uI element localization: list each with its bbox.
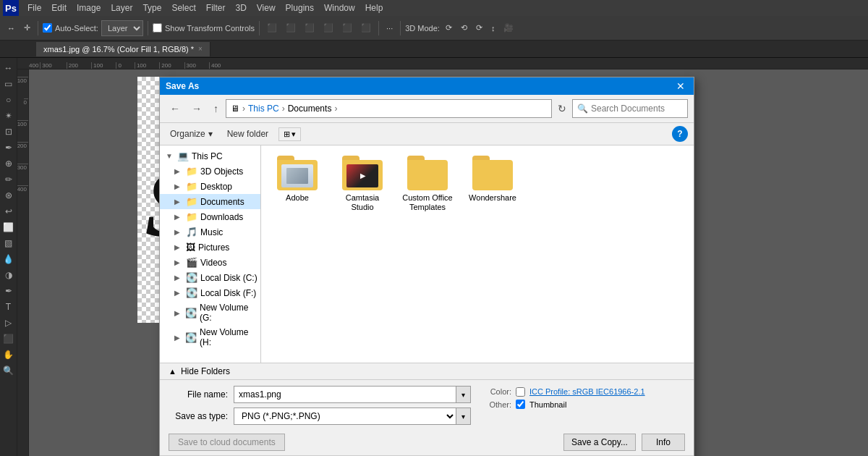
folder-custom-office[interactable]: Custom Office Templates xyxy=(399,153,456,215)
toolbar-sep-1 xyxy=(38,21,38,35)
menu-select[interactable]: Select xyxy=(167,1,200,14)
select-tool[interactable]: ▭ xyxy=(1,77,16,91)
folder-adobe[interactable]: Adobe xyxy=(268,153,326,215)
menu-plugins[interactable]: Plugins xyxy=(281,1,318,14)
3d-btn-1[interactable]: ⟳ xyxy=(443,22,455,34)
tree-item-music[interactable]: ▶ 🎵 Music xyxy=(160,224,260,240)
blur-tool[interactable]: 💧 xyxy=(1,252,16,266)
transform-btn[interactable]: ✛ xyxy=(21,22,33,34)
dodge-tool[interactable]: ◑ xyxy=(1,268,16,282)
text-tool[interactable]: T xyxy=(1,300,16,314)
more-btn[interactable]: ··· xyxy=(383,22,396,34)
breadcrumb-this-pc[interactable]: This PC xyxy=(248,104,279,114)
menu-image[interactable]: Image xyxy=(72,1,105,14)
align-mid-btn[interactable]: ⬛ xyxy=(339,22,355,34)
refresh-btn[interactable]: ↻ xyxy=(555,101,569,116)
move-tool[interactable]: ↔ xyxy=(1,61,16,75)
canvas-tab[interactable]: xmas1.jpg @ 16.7% (Color Fill 1, RGB/8) … xyxy=(36,42,210,56)
folder-wondershare[interactable]: Wondershare xyxy=(464,153,522,215)
tree-item-this-pc[interactable]: ▼ 💻 This PC xyxy=(160,148,260,164)
pen-tool[interactable]: ✒ xyxy=(1,284,16,298)
menu-edit[interactable]: Edit xyxy=(47,1,71,14)
organize-btn[interactable]: Organize ▾ xyxy=(166,127,217,140)
lasso-tool[interactable]: ○ xyxy=(1,93,16,107)
tree-item-videos[interactable]: ▶ 🎬 Videos xyxy=(160,255,260,270)
search-input[interactable] xyxy=(591,104,683,114)
align-right-btn[interactable]: ⬛ xyxy=(302,22,318,34)
tree-item-pictures[interactable]: ▶ 🖼 Pictures xyxy=(160,240,260,255)
3d-btn-5[interactable]: 🎥 xyxy=(501,22,516,34)
adobe-folder-thumb xyxy=(277,156,318,190)
pictures-icon: 🖼 xyxy=(186,242,195,253)
history-tool[interactable]: ↩ xyxy=(1,204,16,219)
auto-select-checkbox[interactable] xyxy=(43,23,52,33)
3d-btn-3[interactable]: ⟳ xyxy=(473,22,485,34)
move-tool-btn[interactable]: ↔ xyxy=(4,22,18,34)
menu-type[interactable]: Type xyxy=(138,1,166,14)
tree-item-local-f[interactable]: ▶ 💽 Local Disk (F:) xyxy=(160,285,260,300)
hide-folders-row[interactable]: ▲ Hide Folders xyxy=(160,363,694,379)
heal-tool[interactable]: ⊕ xyxy=(1,156,16,171)
icc-profile-link[interactable]: ICC Profile: sRGB IEC61966-2.1 xyxy=(529,387,645,396)
magic-tool[interactable]: ✴ xyxy=(1,109,16,123)
dialog-fields-area: File name: ▾ Save as type: PNG (*.PNG;*.… xyxy=(160,379,694,429)
new-folder-btn[interactable]: New folder xyxy=(223,127,273,140)
tree-item-documents[interactable]: ▶ 📁 Documents xyxy=(160,194,260,209)
breadcrumb-documents[interactable]: Documents xyxy=(288,104,332,114)
path-tool[interactable]: ▷ xyxy=(1,316,16,330)
menu-layer[interactable]: Layer xyxy=(106,1,137,14)
3d-btn-2[interactable]: ⟲ xyxy=(458,22,470,34)
align-bottom-btn[interactable]: ⬛ xyxy=(358,22,374,34)
savetype-select[interactable]: PNG (*.PNG;*.PNG) xyxy=(234,408,456,425)
thumbnail-checkbox[interactable] xyxy=(516,400,525,409)
filename-input[interactable] xyxy=(234,386,456,403)
savetype-arrow[interactable]: ▾ xyxy=(456,408,471,425)
nav-up-btn[interactable]: ↑ xyxy=(209,101,223,116)
toolbar: ↔ ✛ Auto-Select: Layer Show Transform Co… xyxy=(0,16,868,41)
nav-back-btn[interactable]: ← xyxy=(166,101,184,116)
zoom-tool[interactable]: 🔍 xyxy=(1,363,16,378)
menu-file[interactable]: File xyxy=(23,1,46,14)
eyedropper-tool[interactable]: ✒ xyxy=(1,140,16,155)
tree-item-local-c[interactable]: ▶ 💽 Local Disk (C:) xyxy=(160,270,260,285)
menu-view[interactable]: View xyxy=(252,1,280,14)
gradient-tool[interactable]: ▧ xyxy=(1,236,16,250)
layer-select[interactable]: Layer xyxy=(101,20,143,36)
menu-3d[interactable]: 3D xyxy=(231,1,250,14)
show-transform-checkbox[interactable] xyxy=(153,23,162,33)
hand-tool[interactable]: ✋ xyxy=(1,347,16,362)
show-transform-label: Show Transform Controls xyxy=(153,23,255,33)
help-btn[interactable]: ? xyxy=(672,126,688,142)
shape-tool[interactable]: ⬛ xyxy=(1,332,16,346)
nav-forward-btn[interactable]: → xyxy=(187,101,206,116)
organize-chevron: ▾ xyxy=(208,129,213,139)
align-top-btn[interactable]: ⬛ xyxy=(320,22,336,34)
eraser-tool[interactable]: ⬜ xyxy=(1,220,16,235)
info-btn[interactable]: Info xyxy=(642,434,685,451)
align-center-btn[interactable]: ⬛ xyxy=(283,22,299,34)
menu-window[interactable]: Window xyxy=(320,1,359,14)
icc-checkbox[interactable] xyxy=(516,387,525,397)
tree-item-downloads[interactable]: ▶ 📁 Downloads xyxy=(160,209,260,224)
folder-camtasia[interactable]: ▶ Camtasia Studio xyxy=(333,153,391,215)
dialog-navbar: ← → ↑ 🖥 › This PC › Documents › xyxy=(160,95,694,123)
crop-tool[interactable]: ⊡ xyxy=(1,124,16,139)
tree-item-vol-h[interactable]: ▶ 💽 New Volume (H: xyxy=(160,325,260,350)
cloud-save-btn[interactable]: Save to cloud documents xyxy=(169,434,285,451)
tab-close-btn[interactable]: × xyxy=(198,45,203,53)
dialog-close-btn[interactable]: ✕ xyxy=(673,80,688,92)
tree-item-3d[interactable]: ▶ 📁 3D Objects xyxy=(160,164,260,179)
tree-item-desktop[interactable]: ▶ 📁 Desktop xyxy=(160,179,260,194)
desktop-folder-icon: 📁 xyxy=(186,181,197,192)
save-copy-btn[interactable]: Save a Copy... xyxy=(563,434,636,451)
search-bar[interactable]: 🔍 xyxy=(572,99,688,118)
tree-item-vol-g[interactable]: ▶ 💽 New Volume (G: xyxy=(160,300,260,325)
menu-filter[interactable]: Filter xyxy=(202,1,230,14)
filename-arrow[interactable]: ▾ xyxy=(456,386,471,403)
view-btn[interactable]: ⊞ ▾ xyxy=(278,127,301,141)
3d-btn-4[interactable]: ↕ xyxy=(488,22,498,34)
clone-tool[interactable]: ⊛ xyxy=(1,188,16,203)
brush-tool[interactable]: ✏ xyxy=(1,172,16,187)
align-left-btn[interactable]: ⬛ xyxy=(264,22,280,34)
menu-help[interactable]: Help xyxy=(361,1,388,14)
